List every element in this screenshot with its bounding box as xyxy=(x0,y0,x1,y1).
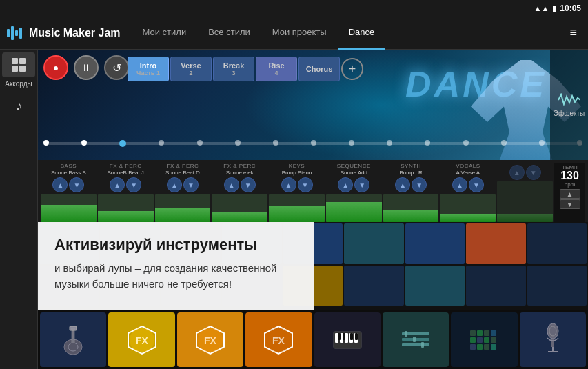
channel-vocals-up[interactable]: ▲ xyxy=(452,177,467,192)
channel-bass-name: Sunne Bass B xyxy=(41,170,97,176)
channel-bass-up[interactable]: ▲ xyxy=(52,177,68,192)
effects-panel[interactable]: Эффекты xyxy=(550,50,588,160)
instrument-tile-piano[interactable] xyxy=(314,312,381,367)
sidebar-grid-btn[interactable] xyxy=(2,52,35,77)
tab-dance[interactable]: Dance xyxy=(338,17,386,50)
segment-intro[interactable]: Intro Часть 1 xyxy=(128,57,169,81)
channel-synth-down[interactable]: ▼ xyxy=(412,177,427,192)
instrument-tile-mic[interactable] xyxy=(520,312,586,367)
svg-rect-51 xyxy=(491,344,496,350)
inst-cell-5-0[interactable] xyxy=(344,223,403,264)
record-icon: ● xyxy=(53,62,59,73)
pause-button[interactable]: ⏸ xyxy=(74,55,99,80)
progress-dot-4 xyxy=(197,140,203,146)
effects-label: Эффекты xyxy=(554,110,585,117)
tab-my-projects[interactable]: Мои проекты xyxy=(261,17,338,50)
nav-tabs: Мои стили Все стили Мои проекты Dance xyxy=(132,17,559,50)
sidebar-music-btn[interactable]: ♪ xyxy=(2,93,35,118)
rewind-button[interactable]: ↺ xyxy=(104,55,129,80)
tempo-bpm: bpm xyxy=(565,181,576,188)
channel-extra-down[interactable]: ▼ xyxy=(526,165,541,180)
channel-vocals-type: VOCALS xyxy=(440,163,496,169)
svg-rect-5 xyxy=(19,58,26,64)
progress-dot-10 xyxy=(425,140,430,146)
progress-dot-6 xyxy=(273,140,278,146)
channel-synth: SYNTH Bump LR ▲ ▼ xyxy=(383,163,439,222)
channel-synth-up[interactable]: ▲ xyxy=(395,177,410,192)
instrument-tile-fx2[interactable]: FX xyxy=(177,312,243,367)
channel-fx3-up[interactable]: ▲ xyxy=(224,177,239,192)
tempo-up-button[interactable]: ▲ xyxy=(560,189,580,199)
inst-cell-8-1[interactable] xyxy=(527,266,587,306)
instrument-tile-fx3[interactable]: FX xyxy=(245,312,312,367)
progress-dot-0 xyxy=(43,140,49,146)
progress-dot-1 xyxy=(81,140,87,146)
channel-keys-type: KEYS xyxy=(269,163,325,169)
channel-keys-up[interactable]: ▲ xyxy=(281,177,296,192)
channel-fx2-down[interactable]: ▼ xyxy=(183,177,199,192)
segment-rise[interactable]: Rise 4 xyxy=(256,57,297,81)
channel-extra-up[interactable]: ▲ xyxy=(509,165,525,180)
inst-col-8 xyxy=(527,223,587,307)
segment-chorus[interactable]: Chorus xyxy=(298,57,340,81)
instrument-tile-fx1[interactable]: FX xyxy=(108,312,174,367)
channel-vocals-controls: ▲ ▼ xyxy=(440,177,496,192)
inst-cell-5-1[interactable] xyxy=(344,266,403,306)
bottom-section: Активизируй инструменты и выбирай лупы –… xyxy=(38,222,588,369)
inst-cell-7-0[interactable] xyxy=(466,223,525,264)
channel-fx3-fill xyxy=(212,212,267,222)
channel-bass-controls: ▲ ▼ xyxy=(41,177,97,192)
segment-intro-sub: Часть 1 xyxy=(136,70,160,77)
transport-bar: ● ⏸ ↺ xyxy=(43,55,129,80)
channel-seq-fill xyxy=(326,202,382,222)
instrument-tile-sequence[interactable] xyxy=(383,312,449,367)
system-bar: ▲▲ ▮ 10:05 xyxy=(0,0,588,17)
tab-all-styles[interactable]: Все стили xyxy=(197,17,261,50)
channel-vocals: VOCALS A Verse A ▲ ▼ xyxy=(440,163,496,222)
svg-rect-33 xyxy=(355,333,358,340)
menu-icon[interactable]: ≡ xyxy=(564,26,582,40)
inst-cell-6-0[interactable] xyxy=(405,223,465,264)
instrument-tile-guitar[interactable] xyxy=(40,312,106,367)
channel-sequence: SEQUENCE Sunne Add ▲ ▼ xyxy=(326,163,382,222)
svg-rect-32 xyxy=(350,333,353,340)
channel-synth-fill xyxy=(383,210,439,222)
inst-cell-6-1[interactable] xyxy=(405,266,465,306)
svg-point-20 xyxy=(198,328,223,352)
instrument-tile-drums[interactable] xyxy=(451,312,517,367)
segment-intro-label: Intro xyxy=(140,61,156,70)
channel-seq-up[interactable]: ▲ xyxy=(338,177,353,192)
channel-fx1-fill xyxy=(98,211,154,222)
tempo-down-button[interactable]: ▼ xyxy=(560,199,580,209)
segment-break-num: 3 xyxy=(232,70,235,77)
channel-keys-down[interactable]: ▼ xyxy=(298,177,313,192)
channel-bass-meter xyxy=(41,194,97,222)
progress-dot-12 xyxy=(501,140,507,146)
channel-seq-down[interactable]: ▼ xyxy=(354,177,369,192)
channel-fx2-fill xyxy=(155,208,211,223)
channel-fx1-down[interactable]: ▼ xyxy=(126,177,141,192)
system-icons: ▲▲ ▮ 10:05 xyxy=(534,3,581,13)
channel-fx1-up[interactable]: ▲ xyxy=(110,177,125,192)
channel-vocals-down[interactable]: ▼ xyxy=(469,177,484,192)
segment-verse-num: 2 xyxy=(189,70,192,77)
channel-bass-down[interactable]: ▼ xyxy=(69,177,84,192)
hero-banner: DANCE ● ⏸ ↺ Intro Ч xyxy=(38,50,588,160)
inst-col-5 xyxy=(344,223,403,307)
inst-cell-8-0[interactable] xyxy=(527,223,587,264)
segment-rise-label: Rise xyxy=(268,61,284,70)
channel-fx3-controls: ▲ ▼ xyxy=(212,177,267,192)
channel-fx2-up[interactable]: ▲ xyxy=(167,177,182,192)
channel-fx3-down[interactable]: ▼ xyxy=(241,177,256,192)
segment-verse[interactable]: Verse 2 xyxy=(170,57,212,81)
pause-icon: ⏸ xyxy=(81,62,91,73)
channel-vocals-name: A Verse A xyxy=(440,170,496,176)
inst-cell-7-1[interactable] xyxy=(466,266,525,306)
add-segment-button[interactable]: + xyxy=(341,58,363,80)
tab-my-styles[interactable]: Мои стили xyxy=(132,17,198,50)
segment-break[interactable]: Break 3 xyxy=(213,57,254,81)
svg-rect-31 xyxy=(343,333,345,340)
channel-seq-meter xyxy=(326,194,382,222)
svg-rect-50 xyxy=(484,344,489,350)
record-button[interactable]: ● xyxy=(43,55,68,80)
